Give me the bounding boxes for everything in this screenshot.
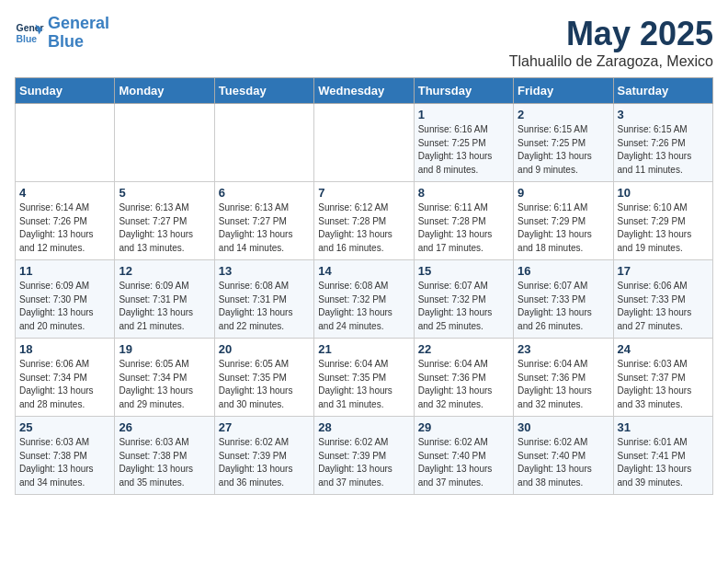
day-info: Sunrise: 6:03 AM Sunset: 7:38 PM Dayligh… <box>19 436 110 489</box>
calendar-body: 1Sunrise: 6:16 AM Sunset: 7:25 PM Daylig… <box>16 104 713 495</box>
calendar-week-1: 1Sunrise: 6:16 AM Sunset: 7:25 PM Daylig… <box>16 104 713 182</box>
logo-general: General <box>48 14 109 32</box>
day-info: Sunrise: 6:09 AM Sunset: 7:31 PM Dayligh… <box>119 280 210 333</box>
location-title: Tlahualilo de Zaragoza, Mexico <box>509 53 713 70</box>
calendar-cell: 20Sunrise: 6:05 AM Sunset: 7:35 PM Dayli… <box>214 339 313 417</box>
day-info: Sunrise: 6:06 AM Sunset: 7:34 PM Dayligh… <box>19 358 110 411</box>
calendar-cell: 5Sunrise: 6:13 AM Sunset: 7:27 PM Daylig… <box>115 182 214 260</box>
day-number: 8 <box>418 186 509 200</box>
calendar-cell: 31Sunrise: 6:01 AM Sunset: 7:41 PM Dayli… <box>613 417 712 495</box>
day-info: Sunrise: 6:02 AM Sunset: 7:39 PM Dayligh… <box>219 436 310 489</box>
day-info: Sunrise: 6:15 AM Sunset: 7:25 PM Dayligh… <box>518 123 609 177</box>
day-info: Sunrise: 6:09 AM Sunset: 7:30 PM Dayligh… <box>19 280 110 333</box>
calendar-cell: 6Sunrise: 6:13 AM Sunset: 7:27 PM Daylig… <box>214 182 313 260</box>
month-title: May 2025 <box>509 15 713 53</box>
calendar-cell: 23Sunrise: 6:04 AM Sunset: 7:36 PM Dayli… <box>514 339 613 417</box>
day-info: Sunrise: 6:13 AM Sunset: 7:27 PM Dayligh… <box>219 201 310 255</box>
day-number: 6 <box>219 186 310 200</box>
calendar-cell: 22Sunrise: 6:04 AM Sunset: 7:36 PM Dayli… <box>414 339 513 417</box>
day-number: 12 <box>119 264 210 278</box>
weekday-header-monday: Monday <box>115 78 214 104</box>
calendar-cell: 27Sunrise: 6:02 AM Sunset: 7:39 PM Dayli… <box>214 417 313 495</box>
day-number: 4 <box>19 186 110 200</box>
day-info: Sunrise: 6:08 AM Sunset: 7:32 PM Dayligh… <box>318 280 409 333</box>
day-number: 27 <box>219 420 310 434</box>
calendar-cell: 25Sunrise: 6:03 AM Sunset: 7:38 PM Dayli… <box>16 417 115 495</box>
day-info: Sunrise: 6:01 AM Sunset: 7:41 PM Dayligh… <box>618 436 709 489</box>
day-number: 29 <box>418 420 509 434</box>
day-info: Sunrise: 6:03 AM Sunset: 7:37 PM Dayligh… <box>618 358 709 411</box>
day-number: 31 <box>618 420 709 434</box>
day-number: 1 <box>418 108 509 121</box>
calendar-cell: 26Sunrise: 6:03 AM Sunset: 7:38 PM Dayli… <box>115 417 214 495</box>
day-info: Sunrise: 6:07 AM Sunset: 7:32 PM Dayligh… <box>418 280 509 333</box>
day-number: 25 <box>19 420 110 434</box>
calendar-cell: 4Sunrise: 6:14 AM Sunset: 7:26 PM Daylig… <box>16 182 115 260</box>
calendar-cell: 2Sunrise: 6:15 AM Sunset: 7:25 PM Daylig… <box>514 104 613 182</box>
day-info: Sunrise: 6:02 AM Sunset: 7:40 PM Dayligh… <box>518 436 609 489</box>
day-number: 26 <box>119 420 210 434</box>
weekday-header-sunday: Sunday <box>16 78 115 104</box>
page-header: General Blue General Blue May 2025 Tlahu… <box>15 15 713 70</box>
calendar-cell: 1Sunrise: 6:16 AM Sunset: 7:25 PM Daylig… <box>414 104 513 182</box>
day-number: 30 <box>518 420 609 434</box>
day-number: 5 <box>119 186 210 200</box>
calendar-cell: 13Sunrise: 6:08 AM Sunset: 7:31 PM Dayli… <box>214 260 313 339</box>
calendar-week-2: 4Sunrise: 6:14 AM Sunset: 7:26 PM Daylig… <box>16 182 713 260</box>
day-number: 18 <box>19 342 110 356</box>
day-number: 2 <box>518 108 609 121</box>
calendar-cell: 12Sunrise: 6:09 AM Sunset: 7:31 PM Dayli… <box>115 260 214 339</box>
day-info: Sunrise: 6:15 AM Sunset: 7:26 PM Dayligh… <box>618 123 709 177</box>
calendar-cell: 28Sunrise: 6:02 AM Sunset: 7:39 PM Dayli… <box>314 417 414 495</box>
calendar-cell: 21Sunrise: 6:04 AM Sunset: 7:35 PM Dayli… <box>314 339 414 417</box>
svg-text:Blue: Blue <box>17 33 38 43</box>
calendar-week-3: 11Sunrise: 6:09 AM Sunset: 7:30 PM Dayli… <box>16 260 713 339</box>
calendar-week-4: 18Sunrise: 6:06 AM Sunset: 7:34 PM Dayli… <box>16 339 713 417</box>
day-info: Sunrise: 6:16 AM Sunset: 7:25 PM Dayligh… <box>418 123 509 177</box>
day-info: Sunrise: 6:12 AM Sunset: 7:28 PM Dayligh… <box>318 201 409 255</box>
day-number: 15 <box>418 264 509 278</box>
day-info: Sunrise: 6:04 AM Sunset: 7:36 PM Dayligh… <box>518 358 609 411</box>
day-number: 28 <box>318 420 409 434</box>
day-info: Sunrise: 6:11 AM Sunset: 7:28 PM Dayligh… <box>418 201 509 255</box>
weekday-header-saturday: Saturday <box>613 78 712 104</box>
day-number: 7 <box>318 186 409 200</box>
day-info: Sunrise: 6:13 AM Sunset: 7:27 PM Dayligh… <box>119 201 210 255</box>
day-info: Sunrise: 6:05 AM Sunset: 7:34 PM Dayligh… <box>119 358 210 411</box>
calendar-cell: 30Sunrise: 6:02 AM Sunset: 7:40 PM Dayli… <box>514 417 613 495</box>
day-number: 22 <box>418 342 509 356</box>
calendar-cell: 29Sunrise: 6:02 AM Sunset: 7:40 PM Dayli… <box>414 417 513 495</box>
day-number: 9 <box>518 186 609 200</box>
day-number: 19 <box>119 342 210 356</box>
logo-icon: General Blue <box>15 18 44 48</box>
weekday-header-row: SundayMondayTuesdayWednesdayThursdayFrid… <box>16 78 713 104</box>
logo-text: General Blue <box>48 15 109 52</box>
day-info: Sunrise: 6:06 AM Sunset: 7:33 PM Dayligh… <box>618 280 709 333</box>
day-number: 13 <box>219 264 310 278</box>
calendar-cell: 16Sunrise: 6:07 AM Sunset: 7:33 PM Dayli… <box>514 260 613 339</box>
calendar-cell: 24Sunrise: 6:03 AM Sunset: 7:37 PM Dayli… <box>613 339 712 417</box>
calendar-header: SundayMondayTuesdayWednesdayThursdayFrid… <box>16 78 713 104</box>
day-number: 17 <box>618 264 709 278</box>
logo: General Blue General Blue <box>15 15 109 52</box>
day-info: Sunrise: 6:03 AM Sunset: 7:38 PM Dayligh… <box>119 436 210 489</box>
calendar-cell: 9Sunrise: 6:11 AM Sunset: 7:29 PM Daylig… <box>514 182 613 260</box>
calendar-cell: 7Sunrise: 6:12 AM Sunset: 7:28 PM Daylig… <box>314 182 414 260</box>
calendar-table: SundayMondayTuesdayWednesdayThursdayFrid… <box>15 77 713 495</box>
calendar-cell: 10Sunrise: 6:10 AM Sunset: 7:29 PM Dayli… <box>613 182 712 260</box>
calendar-cell: 11Sunrise: 6:09 AM Sunset: 7:30 PM Dayli… <box>16 260 115 339</box>
day-number: 20 <box>219 342 310 356</box>
calendar-cell: 3Sunrise: 6:15 AM Sunset: 7:26 PM Daylig… <box>613 104 712 182</box>
title-area: May 2025 Tlahualilo de Zaragoza, Mexico <box>509 15 713 70</box>
logo-blue: Blue <box>48 32 84 51</box>
day-number: 11 <box>19 264 110 278</box>
calendar-cell: 19Sunrise: 6:05 AM Sunset: 7:34 PM Dayli… <box>115 339 214 417</box>
calendar-cell: 17Sunrise: 6:06 AM Sunset: 7:33 PM Dayli… <box>613 260 712 339</box>
day-info: Sunrise: 6:05 AM Sunset: 7:35 PM Dayligh… <box>219 358 310 411</box>
day-info: Sunrise: 6:02 AM Sunset: 7:40 PM Dayligh… <box>418 436 509 489</box>
weekday-header-tuesday: Tuesday <box>214 78 313 104</box>
day-number: 21 <box>318 342 409 356</box>
day-info: Sunrise: 6:02 AM Sunset: 7:39 PM Dayligh… <box>318 436 409 489</box>
day-info: Sunrise: 6:14 AM Sunset: 7:26 PM Dayligh… <box>19 201 110 255</box>
day-number: 23 <box>518 342 609 356</box>
